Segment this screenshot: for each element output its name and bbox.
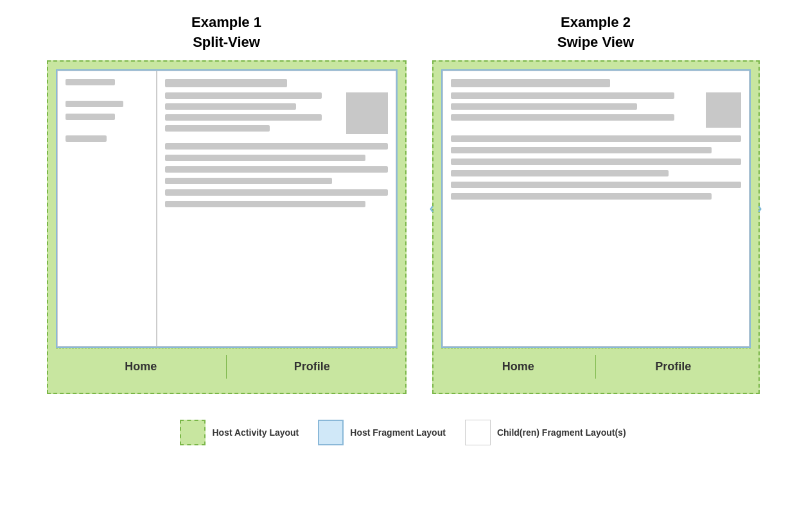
sidebar-bar-1 [66,79,115,85]
legend-item-green: Host Activity Layout [180,420,299,445]
legend-label-blue: Host Fragment Layout [350,427,446,438]
content-bar-10 [165,201,365,207]
legend-label-green: Host Activity Layout [212,427,299,438]
example1-content [157,71,396,347]
example2-block: Example 2 Swipe View ‹ [432,13,760,394]
content-bar-7 [165,166,388,173]
example1-host-fragment [56,69,398,348]
example2-nav-bar: Home Profile [441,348,751,385]
example2-title-line1: Example 2 [561,14,631,30]
swipe-bar-2 [451,103,637,110]
content-bar-2 [165,103,296,110]
content-image [346,92,388,134]
legend-item-white: Child(ren) Fragment Layout(s) [465,420,626,445]
content-bar-4 [165,125,270,132]
content-bar-3 [165,114,322,121]
swipe-right-arrow[interactable]: › [755,198,764,219]
example2-host-activity: ‹ [432,60,760,394]
page-container: Example 1 Split-View [13,13,793,452]
legend-box-green [180,420,206,445]
example1-nav-profile[interactable]: Profile [227,348,398,385]
example2-title-line2: Swipe View [557,34,634,50]
swipe-bar-6 [451,159,741,165]
swipe-content-header-row [451,92,741,128]
example1-nav-home[interactable]: Home [56,348,227,385]
example2-host-fragment [441,69,751,348]
swipe-content-image [706,92,741,128]
swipe-bar-8 [451,182,741,188]
example2-nav-profile[interactable]: Profile [596,348,751,385]
content-title-bar [165,79,288,87]
swipe-bar-5 [451,147,712,153]
content-bar-5 [165,143,388,150]
example1-title-line1: Example 1 [191,14,261,30]
example1-nav-bar: Home Profile [56,348,398,385]
swipe-bar-9 [451,193,712,200]
sidebar-bar-3 [66,114,115,120]
example1-host-activity: Home Profile [47,60,407,394]
legend-label-white: Child(ren) Fragment Layout(s) [497,427,626,438]
legend-item-blue: Host Fragment Layout [318,420,446,445]
example2-title: Example 2 Swipe View [557,13,634,53]
swipe-bar-7 [451,170,669,176]
swipe-bar-3 [451,114,674,121]
legend-row: Host Activity Layout Host Fragment Layou… [180,413,626,452]
example2-swipe-inner: ‹ [441,69,751,348]
content-header-row [165,92,388,134]
example1-block: Example 1 Split-View [47,13,407,394]
examples-row: Example 1 Split-View [13,13,793,394]
content-bar-1 [165,92,322,99]
content-bar-6 [165,155,365,161]
legend-box-blue [318,420,344,445]
example2-nav-home[interactable]: Home [441,348,596,385]
legend-box-white [465,420,491,445]
swipe-content-title [451,79,611,87]
example2-content [442,71,749,347]
sidebar-bar-2 [66,101,123,107]
content-bar-8 [165,178,332,184]
sidebar-bar-4 [66,135,107,142]
example1-title-line2: Split-View [193,34,260,50]
swipe-content-text-col [451,92,699,121]
swipe-left-arrow[interactable]: ‹ [427,198,437,219]
swipe-bar-4 [451,135,741,142]
example1-sidebar [57,71,157,347]
example1-title: Example 1 Split-View [191,13,261,53]
content-bar-9 [165,189,388,196]
swipe-bar-1 [451,92,674,99]
content-text-col [165,92,340,132]
